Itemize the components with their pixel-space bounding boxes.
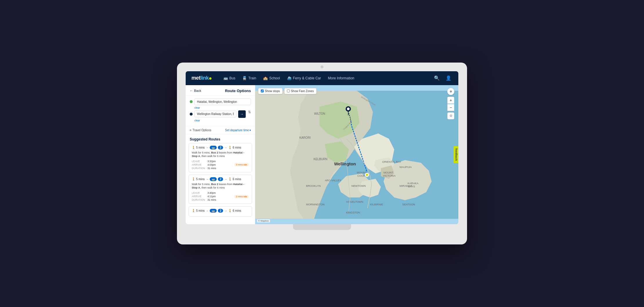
leave-time-2: 3:40pm [207,191,232,194]
svg-text:KARORI: KARORI [299,136,311,139]
map-area: WILTON KARORI KELBURN Wellington BROOKLY… [255,85,458,224]
nav-bus[interactable]: 🚌 Bus [220,74,238,82]
map-controls-top: Show stops Show Fare Zones [258,88,316,94]
svg-text:MOUNT: MOUNT [383,171,393,174]
arrow-icon-3: → [206,178,209,181]
svg-text:ORIENTAL BAY: ORIENTAL BAY [382,160,401,163]
show-stops-checkbox[interactable] [261,89,264,92]
to-dot-icon [190,113,193,116]
crosshair-icon: ⊙ [450,114,452,118]
walk-icon-2: 🚶 [228,146,232,149]
compass-icon: ⊕ [450,90,452,93]
nav-ferry-cable-car[interactable]: ⛴️ Ferry & Cable Car [284,74,324,82]
late-badge-2: 2 mins late [234,195,249,198]
user-button[interactable]: 👤 [444,74,453,82]
svg-text:VICTORIA: VICTORIA [383,174,396,177]
logo-text: metlink [191,75,212,81]
search-button[interactable]: 🔍 [433,74,441,82]
route-2-walk1: 🚶 5 mins [192,178,205,181]
walk-icon-5: 🚶 [192,209,195,212]
svg-text:KELBURN: KELBURN [314,157,328,160]
filter-icon: ≡ [190,129,191,132]
svg-text:ARO VALLEY: ARO VALLEY [325,179,341,182]
svg-text:COOK: COOK [357,174,366,177]
from-clear-button[interactable]: clear [194,106,251,109]
route-1-bus-number: 2 [218,146,223,149]
route-1-walk1: 🚶 5 mins [192,146,205,149]
duration-time-2: 31 mins [207,198,232,201]
route-3-walk2: 🚶 6 mins [228,209,241,212]
route-2-bus-number: 2 [218,177,223,181]
to-input[interactable] [194,111,236,117]
travel-options-button[interactable]: ≡ Travel Options [190,129,211,132]
sidebar-header: ← Back Route Options [186,85,255,96]
route-2-description: Walk for 5 mins, Bus 2 leaves from Hatai… [192,182,249,190]
nav-train[interactable]: 🚆 Train [239,74,259,82]
route-2-times: LEAVE 3:40pm 2 mins late ARRIVE 4:11pm D… [192,191,249,201]
arrive-label-1: ARRIVE [192,163,205,166]
svg-text:KILBIRNIE: KILBIRNIE [370,203,383,206]
arrive-label-2: ARRIVE [192,195,205,198]
travel-options-label: Travel Options [193,129,211,132]
bus-badge-1: 🚌 [210,146,217,149]
arrow-icon-1: → [206,146,209,149]
svg-text:MAUPUIA: MAUPUIA [399,166,412,169]
route-inputs: clear → ⇅ clear [186,96,255,126]
route-card-1[interactable]: 🚶 5 mins → 🚌 2 → 🚶 6 mins [189,143,252,172]
locate-button[interactable]: ⊙ [447,112,454,119]
map-attribution: © Mapbox [257,219,270,222]
bus-badge-3: 🚌 [210,209,217,213]
arrive-time-1: 4:03pm [207,163,232,166]
svg-text:Wellington: Wellington [334,162,356,166]
nav-bus-label: Bus [229,76,236,80]
compass-button[interactable]: ⊕ [447,88,454,95]
route-1-times: LEAVE 3:32pm 2 mins late ARRIVE 4:03pm D… [192,160,249,170]
svg-text:MOUNT: MOUNT [357,171,367,174]
zoom-in-button[interactable]: + [447,97,454,104]
main-content: ← Back Route Options clear [186,85,458,224]
svg-text:NEWTOWN: NEWTOWN [352,184,366,187]
arrow-icon-6: → [224,209,227,212]
feedback-tab[interactable]: feedback [453,146,458,163]
nav-school[interactable]: 🏫 School [260,74,283,82]
back-label: Back [194,89,201,92]
route-3-walk1: 🚶 5 mins [192,209,205,212]
page-title: Route Options [225,89,251,93]
svg-text:WILTON: WILTON [314,112,325,115]
map-svg: WILTON KARORI KELBURN Wellington BROOKLY… [255,85,458,224]
go-button[interactable]: → [238,110,246,118]
arrow-icon-2: → [224,146,227,149]
sidebar: ← Back Route Options clear [186,85,255,224]
arrow-icon-4: → [224,178,227,181]
walk-icon-1: 🚶 [192,146,195,149]
route-card-3[interactable]: 🚶 5 mins → 🚌 2 → 🚶 6 mins [189,206,252,217]
route-card-2[interactable]: 🚶 5 mins → 🚌 2 → 🚶 6 mins [189,175,252,204]
show-stops-toggle[interactable]: Show stops [258,88,283,94]
to-clear-button[interactable]: clear [194,119,251,122]
back-arrow-icon: ← [190,89,193,92]
show-stops-label: Show stops [265,89,280,93]
nav-more-info-label: More Information [328,76,354,80]
bus-badge-2: 🚌 [210,177,217,181]
header: metlink 🚌 Bus 🚆 Train 🏫 School [186,71,458,85]
svg-text:KARAKA: KARAKA [408,182,419,184]
svg-text:MORNINGTON: MORNINGTON [306,203,325,206]
departure-time-label: Set departure time [225,129,249,132]
walk-icon-3: 🚶 [192,178,195,181]
walk-icon-4: 🚶 [228,178,232,181]
arrive-time-2: 4:11pm [207,195,232,198]
leave-label-2: LEAVE [192,191,205,194]
show-fare-zones-checkbox[interactable] [287,89,290,92]
zoom-out-button[interactable]: − [447,104,454,111]
route-1-description: Walk for 5 mins, Bus 2 leaves from Hatai… [192,151,249,158]
leave-time-1: 3:32pm [207,160,232,163]
nav-ferry-label: Ferry & Cable Car [293,76,321,80]
departure-time-button[interactable]: Set departure time ▾ [225,129,251,132]
back-button[interactable]: ← Back [190,89,201,92]
swap-button[interactable]: ⇅ [248,110,251,114]
from-input[interactable] [194,98,251,105]
nav-more-info[interactable]: More Information [325,74,357,82]
show-fare-zones-toggle[interactable]: Show Fare Zones [284,88,316,94]
logo: metlink [191,75,212,81]
route-2-walk2: 🚶 6 mins [228,178,241,181]
